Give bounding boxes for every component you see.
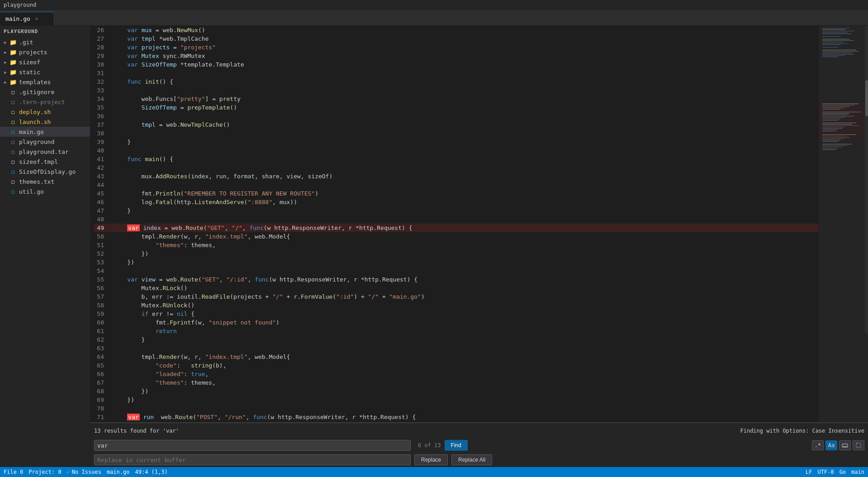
svg-rect-37	[822, 129, 838, 130]
sidebar: playground ▶ 📁 .git ▶ 📁 projects ▶ 📁 siz…	[0, 26, 90, 467]
sidebar-item-templates[interactable]: ▶ 📁 templates	[0, 77, 90, 87]
arrow-icon: ▶	[2, 50, 9, 55]
sidebar-item-main-go[interactable]: ◻ main.go	[0, 127, 90, 137]
line-number: 50	[94, 232, 111, 241]
line-number: 57	[94, 292, 111, 301]
find-input-wrap[interactable]	[94, 440, 411, 451]
find-opt-selection[interactable]	[853, 440, 864, 450]
tab-main-go[interactable]: main.go ×	[0, 12, 54, 25]
code-line-26: 26 var mux = web.NewMux()	[94, 26, 818, 34]
folder-icon: 📁	[9, 59, 17, 66]
code-line-71: 71 var run web.Route("POST", "/run", fun…	[94, 413, 818, 421]
code-line-64: 64 tmpl.Render(w, r, "index.tmpl", web.M…	[94, 353, 818, 361]
line-number: 32	[94, 77, 111, 86]
sidebar-item-sizeof[interactable]: ▶ 📁 sizeof	[0, 57, 90, 67]
line-code: log.Fatal(http.ListenAndServe(":8888", m…	[111, 198, 818, 206]
line-code: }	[111, 138, 818, 146]
line-number: 28	[94, 43, 111, 52]
arrow-icon: ▶	[2, 80, 9, 85]
line-code: tmpl = web.NewTmplCache()	[111, 120, 818, 129]
replace-all-button[interactable]: Replace All	[451, 454, 492, 465]
code-line-46: 46 log.Fatal(http.ListenAndServe(":8888"…	[94, 198, 818, 206]
svg-rect-36	[822, 128, 843, 129]
status-filename: main.go	[107, 469, 130, 475]
sidebar-label: themes.txt	[19, 178, 54, 185]
code-line-30: 30 var SizeOfTemp *template.Template	[94, 60, 818, 69]
line-number: 26	[94, 26, 111, 34]
svg-rect-18	[822, 57, 838, 57]
line-number: 43	[94, 172, 111, 181]
file-icon: ◻	[9, 109, 17, 115]
line-code: })	[111, 396, 818, 404]
code-line-69: 69 })	[94, 396, 818, 404]
line-code: }	[111, 206, 818, 215]
file-icon: ◻	[9, 178, 17, 185]
line-number: 52	[94, 249, 111, 258]
code-line-61: 61 return	[94, 327, 818, 335]
sidebar-item-util-go[interactable]: ◻ util.go	[0, 186, 90, 196]
arrow-icon: ▶	[2, 60, 9, 65]
line-number: 47	[94, 206, 111, 215]
sidebar-label: launch.sh	[19, 119, 51, 125]
code-line-48: 48	[94, 215, 818, 224]
line-number: 53	[94, 258, 111, 267]
folder-icon: 📁	[9, 79, 17, 86]
code-line-42: 42	[94, 163, 818, 172]
svg-rect-22	[822, 106, 849, 107]
sidebar-item-projects[interactable]: ▶ 📁 projects	[0, 47, 90, 57]
sidebar-item-playground[interactable]: ◻ playground	[0, 137, 90, 147]
code-line-59: 59 if err != nil {	[94, 310, 818, 318]
svg-rect-17	[822, 55, 845, 56]
sidebar-item-tern-project[interactable]: ◻ .tern-project	[0, 97, 90, 107]
status-project: Project: 0	[28, 469, 61, 475]
svg-rect-38	[822, 131, 836, 131]
svg-rect-14	[822, 51, 859, 52]
find-opt-regex[interactable]: .*	[812, 440, 824, 450]
sidebar-item-themes-txt[interactable]: ◻ themes.txt	[0, 176, 90, 186]
sidebar-item-sizeof-tmpl[interactable]: ◻ sizeof.tmpl	[0, 157, 90, 167]
find-replace-area: 13 results found for 'var' Finding with …	[90, 422, 868, 467]
sidebar-item-gitignore[interactable]: ◻ .gitignore	[0, 87, 90, 97]
status-right: LF UTF-8 Go main	[806, 469, 864, 475]
line-number: 66	[94, 370, 111, 378]
svg-rect-16	[822, 54, 854, 54]
line-code: var SizeOfTemp *template.Template	[111, 60, 818, 69]
svg-rect-6	[822, 36, 840, 37]
replace-input-wrap[interactable]	[94, 454, 411, 465]
svg-rect-50	[865, 26, 868, 334]
find-input[interactable]	[97, 442, 408, 449]
find-button[interactable]: Find	[445, 440, 468, 451]
line-number: 31	[94, 69, 111, 77]
code-line-34: 34 web.Funcs["pretty"] = pretty	[94, 95, 818, 103]
svg-rect-42	[822, 138, 845, 139]
sidebar-item-sizeofdisplay-go[interactable]: ◻ SizeOfDisplay.go	[0, 167, 90, 176]
code-line-63: 63	[94, 344, 818, 353]
svg-rect-3	[822, 31, 854, 31]
svg-rect-13	[822, 50, 856, 50]
replace-button[interactable]: Replace	[414, 454, 448, 465]
file-icon: ◻	[9, 99, 17, 105]
sidebar-item-launch-sh[interactable]: ◻ launch.sh	[0, 117, 90, 127]
svg-rect-43	[822, 140, 840, 140]
find-opt-case[interactable]: Aa	[825, 440, 837, 450]
sidebar-item-playground-tar[interactable]: ◻ playground.tar	[0, 147, 90, 157]
folder-icon: 📁	[9, 69, 17, 76]
sidebar-item-deploy-sh[interactable]: ◻ deploy.sh	[0, 107, 90, 117]
svg-rect-2	[822, 29, 845, 30]
file-icon: ◻	[9, 148, 17, 155]
line-code: web.Funcs["pretty"] = pretty	[111, 95, 818, 103]
find-opt-word[interactable]	[839, 440, 851, 450]
line-code: SizeOfTemp = prepTemplate()	[111, 103, 818, 112]
sidebar-item-git[interactable]: ▶ 📁 .git	[0, 37, 90, 47]
code-editor[interactable]: 26 var mux = web.NewMux() 27 var tmpl *w…	[90, 26, 818, 422]
code-line-27: 27 var tmpl *web.TmplCache	[94, 34, 818, 43]
line-number: 55	[94, 275, 111, 284]
sidebar-item-static[interactable]: ▶ 📁 static	[0, 67, 90, 77]
line-number: 38	[94, 129, 111, 138]
svg-rect-30	[822, 119, 840, 119]
replace-input[interactable]	[97, 457, 408, 463]
line-code: mux.AddRoutes(index, run, format, share,…	[111, 172, 818, 181]
tab-close-button[interactable]: ×	[33, 15, 40, 23]
editor-area: 26 var mux = web.NewMux() 27 var tmpl *w…	[90, 26, 868, 467]
status-encoding: LF	[806, 469, 812, 475]
